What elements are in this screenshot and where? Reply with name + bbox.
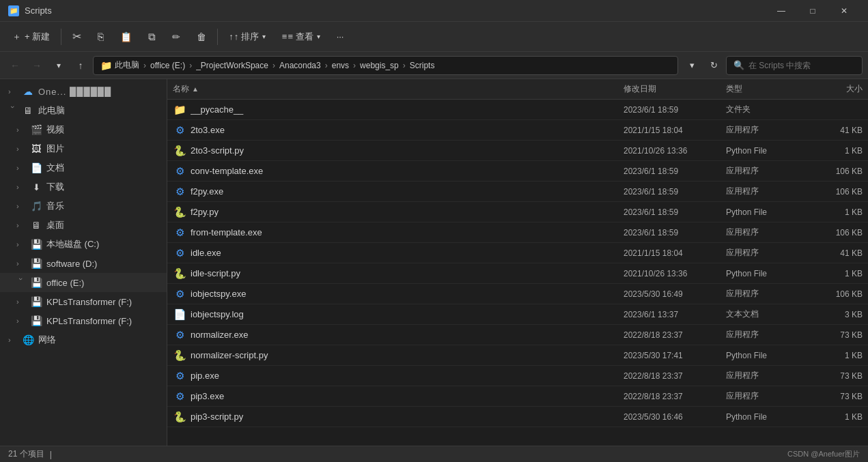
file-name: idle-script.py — [191, 268, 624, 278]
file-date: 2021/1/15 18:04 — [624, 126, 726, 135]
table-row[interactable]: 📄 iobjectspy.log 2023/6/1 13:37 文本文档 3 K… — [167, 304, 868, 325]
file-type: 文件夹 — [726, 104, 808, 115]
up-button[interactable]: ↑ — [71, 56, 90, 75]
column-size[interactable]: 大小 — [808, 83, 863, 95]
sidebar-item-drive-d[interactable]: › 💾 software (D:) — [0, 254, 167, 273]
table-row[interactable]: ⚙ conv-template.exe 2023/6/1 18:59 应用程序 … — [167, 161, 868, 182]
file-list: 名称 ▲ 修改日期 类型 大小 📁 __pycache__ 2023/6/1 1… — [167, 79, 868, 446]
sidebar-item-videos[interactable]: › 🎬 视频 — [0, 120, 167, 139]
file-name: conv-template.exe — [191, 166, 624, 176]
column-type[interactable]: 类型 — [726, 83, 808, 95]
file-type: 应用程序 — [726, 390, 808, 402]
paste-icon: 📋 — [120, 31, 132, 42]
more-button[interactable]: ··· — [330, 28, 351, 45]
file-date: 2023/6/1 18:59 — [624, 228, 726, 237]
sidebar-item-downloads[interactable]: › ⬇ 下载 — [0, 177, 167, 197]
file-icon: ⚙ — [173, 164, 186, 178]
expand-icon: › — [16, 126, 26, 134]
sidebar-item-music[interactable]: › 🎵 音乐 — [0, 197, 167, 216]
table-row[interactable]: ⚙ pip3.exe 2022/8/18 23:37 应用程序 73 KB — [167, 386, 868, 407]
table-row[interactable]: ⚙ iobjectspy.exe 2023/5/30 16:49 应用程序 10… — [167, 284, 868, 304]
sort-icon: ↑ — [229, 31, 234, 42]
file-icon: ⚙ — [173, 390, 186, 403]
sidebar-item-label: KPLsTransformer (F:) — [46, 316, 132, 326]
sidebar-item-label: 此电脑 — [38, 104, 65, 117]
table-row[interactable]: ⚙ f2py.exe 2023/6/1 18:59 应用程序 106 KB — [167, 182, 868, 202]
file-size: 41 KB — [808, 126, 863, 135]
search-bar[interactable]: 🔍 — [726, 56, 863, 75]
sidebar-item-drive-c[interactable]: › 💾 本地磁盘 (C:) — [0, 235, 167, 254]
sidebar-item-label: One... ██████ — [38, 87, 111, 97]
table-row[interactable]: ⚙ 2to3.exe 2021/1/15 18:04 应用程序 41 KB — [167, 120, 868, 141]
cut-button[interactable]: ✂ — [66, 27, 88, 46]
window-title: Scripts — [25, 5, 760, 16]
file-icon: 🐍 — [173, 267, 186, 280]
sidebar-item-drive-f1[interactable]: › 💾 KPLsTransformer (F:) — [0, 292, 167, 311]
copy-path-button[interactable]: ⧉ — [141, 27, 163, 46]
address-dropdown-button[interactable]: ▾ — [682, 56, 701, 75]
rename-button[interactable]: ✏ — [165, 28, 187, 46]
refresh-button[interactable]: ↻ — [704, 56, 723, 75]
column-date[interactable]: 修改日期 — [624, 83, 726, 95]
table-row[interactable]: 🐍 f2py.py 2023/6/1 18:59 Python File 1 K… — [167, 202, 868, 222]
sidebar-item-documents[interactable]: › 📄 文档 — [0, 158, 167, 177]
file-icon: 🐍 — [173, 144, 186, 158]
table-row[interactable]: 🐍 pip3-script.py 2023/5/30 16:46 Python … — [167, 407, 868, 427]
item-count: 21 个项目 — [8, 448, 44, 460]
table-row[interactable]: 🐍 2to3-script.py 2021/10/26 13:36 Python… — [167, 141, 868, 161]
back-button[interactable]: ← — [5, 56, 25, 75]
close-button[interactable]: ✕ — [828, 0, 860, 22]
file-name: from-template.exe — [191, 227, 624, 237]
table-row[interactable]: ⚙ normalizer.exe 2022/8/18 23:37 应用程序 73… — [167, 325, 868, 345]
expand-icon: › — [16, 317, 26, 325]
view-button[interactable]: ≡ ≡ 查看 ▾ — [275, 27, 327, 46]
file-date: 2023/6/1 18:59 — [624, 187, 726, 197]
minimize-button[interactable]: — — [766, 0, 797, 22]
table-row[interactable]: 📁 __pycache__ 2023/6/1 18:59 文件夹 — [167, 100, 868, 120]
file-icon: ⚙ — [173, 328, 186, 342]
table-row[interactable]: 🐍 normalizer-script.py 2023/5/30 17:41 P… — [167, 345, 868, 366]
download-icon: ⬇ — [30, 181, 42, 193]
address-bar[interactable]: 📁 此电脑 › office (E:) › _ProjectWorkSpace … — [93, 56, 678, 75]
sidebar-item-network[interactable]: › 🌐 网络 — [0, 330, 167, 349]
table-row[interactable]: ⚙ idle.exe 2021/1/15 18:04 应用程序 41 KB — [167, 243, 868, 263]
file-name: idle.exe — [191, 248, 624, 258]
expand-icon: › — [8, 87, 18, 96]
delete-button[interactable]: 🗑 — [190, 28, 213, 46]
file-name: f2py.py — [191, 207, 624, 217]
picture-icon: 🖼 — [30, 143, 42, 155]
sidebar-item-label: 下载 — [46, 181, 64, 193]
sidebar-item-drive-f2[interactable]: › 💾 KPLsTransformer (F:) — [0, 311, 167, 330]
table-row[interactable]: ⚙ pip.exe 2022/8/18 23:37 应用程序 73 KB — [167, 366, 868, 386]
desktop-icon: 🖥 — [30, 219, 42, 231]
sort-button[interactable]: ↑ ↑ 排序 ▾ — [222, 27, 272, 46]
window-controls: — □ ✕ — [766, 0, 860, 22]
copy-button[interactable]: ⎘ — [91, 27, 111, 46]
file-date: 2022/8/18 23:37 — [624, 392, 726, 401]
sidebar-item-onedrive[interactable]: › ☁ One... ██████ — [0, 82, 167, 101]
expand-icon: › — [16, 298, 26, 306]
table-row[interactable]: ⚙ from-template.exe 2023/6/1 18:59 应用程序 … — [167, 222, 868, 243]
recent-button[interactable]: ▾ — [49, 56, 68, 75]
sidebar-item-thispc[interactable]: › 🖥 此电脑 — [0, 101, 167, 120]
file-type: 文本文档 — [726, 308, 808, 320]
file-date: 2023/5/30 16:46 — [624, 412, 726, 422]
new-button[interactable]: ＋ + 新建 — [5, 27, 57, 46]
file-name: 2to3-script.py — [191, 145, 624, 156]
sidebar-item-drive-e[interactable]: › 💾 office (E:) — [0, 273, 167, 292]
file-date: 2023/6/1 13:37 — [624, 310, 726, 319]
view-chevron-icon: ▾ — [317, 33, 320, 40]
paste-button[interactable]: 📋 — [113, 28, 139, 46]
file-icon: ⚙ — [173, 369, 186, 383]
sort-indicator: ▲ — [192, 85, 199, 93]
window-icon: 📁 — [8, 5, 19, 16]
sidebar-item-pictures[interactable]: › 🖼 图片 — [0, 139, 167, 158]
forward-button[interactable]: → — [27, 56, 46, 75]
drive-icon: 💾 — [30, 276, 42, 289]
sidebar-item-desktop[interactable]: › 🖥 桌面 — [0, 216, 167, 235]
sidebar: › ☁ One... ██████ › 🖥 此电脑 › 🎬 视频 › 🖼 图片 … — [0, 79, 167, 446]
search-input[interactable] — [748, 61, 855, 70]
column-name[interactable]: 名称 ▲ — [173, 83, 624, 95]
table-row[interactable]: 🐍 idle-script.py 2021/10/26 13:36 Python… — [167, 263, 868, 284]
maximize-button[interactable]: □ — [797, 0, 828, 22]
